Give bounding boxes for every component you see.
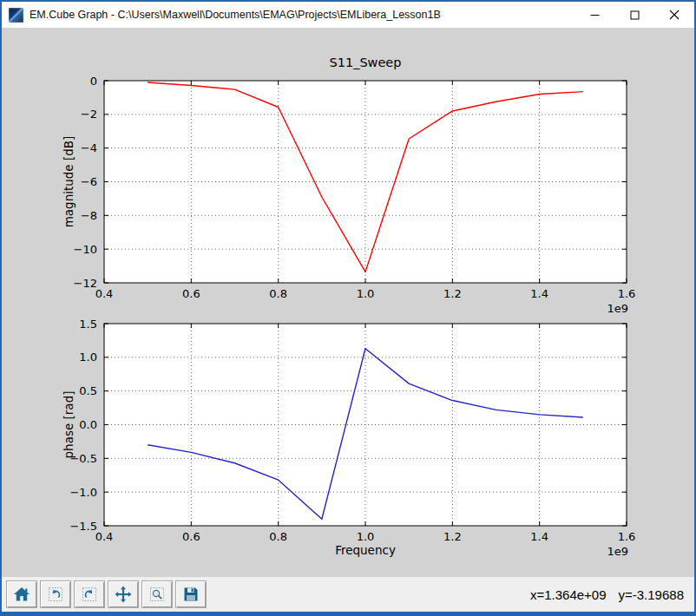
svg-text:0.0: 0.0 xyxy=(79,418,97,431)
pan-icon xyxy=(115,586,132,603)
pan-button[interactable] xyxy=(108,580,139,608)
svg-text:0.4: 0.4 xyxy=(95,530,114,543)
svg-text:−2: −2 xyxy=(81,108,97,121)
y-axis-label: phase [rad] xyxy=(62,391,76,459)
minimize-icon xyxy=(590,10,600,20)
home-icon xyxy=(13,587,30,602)
home-button[interactable] xyxy=(6,580,37,608)
svg-text:0.6: 0.6 xyxy=(182,287,200,300)
svg-text:−1.0: −1.0 xyxy=(69,486,97,499)
save-icon xyxy=(183,587,199,602)
figure-area: 0.40.60.81.01.21.41.60−2−4−6−8−10−121e9S… xyxy=(2,28,694,577)
minimize-button[interactable] xyxy=(575,2,614,28)
svg-text:−6: −6 xyxy=(81,175,97,188)
back-button[interactable] xyxy=(40,580,71,608)
y-axis-label: magnitude [dB] xyxy=(62,136,76,228)
forward-button[interactable] xyxy=(74,580,105,608)
x-axis-offset-label: 1e9 xyxy=(607,545,628,558)
x-axis-label: Frequency xyxy=(335,543,396,557)
chart-title: S11_Sweep xyxy=(329,56,401,69)
svg-text:1.4: 1.4 xyxy=(530,287,548,300)
svg-text:−12: −12 xyxy=(74,277,97,290)
svg-text:1.0: 1.0 xyxy=(357,530,375,543)
svg-text:1.4: 1.4 xyxy=(530,530,548,543)
cursor-status: x=1.364e+09 y=-3.19688 xyxy=(530,577,684,612)
svg-text:0.8: 0.8 xyxy=(269,530,287,543)
svg-text:1.2: 1.2 xyxy=(443,287,462,300)
app-icon xyxy=(9,8,23,23)
svg-text:0.8: 0.8 xyxy=(269,287,287,300)
svg-text:−10: −10 xyxy=(74,243,97,256)
save-button[interactable] xyxy=(175,580,207,608)
svg-text:−1.5: −1.5 xyxy=(69,520,97,533)
forward-icon xyxy=(82,587,97,602)
svg-text:−4: −4 xyxy=(81,141,97,154)
zoom-rect-icon xyxy=(149,587,165,602)
svg-text:1.0: 1.0 xyxy=(79,351,97,364)
cursor-y-readout: y=-3.19688 xyxy=(619,587,684,602)
svg-text:1.2: 1.2 xyxy=(443,530,462,543)
svg-text:1.6: 1.6 xyxy=(618,530,636,543)
magnitude-subplot: 0.40.60.81.01.21.41.60−2−4−6−8−10−121e9S… xyxy=(62,56,635,315)
svg-text:1.0: 1.0 xyxy=(357,287,375,300)
toolbar-buttons xyxy=(6,580,209,608)
window-controls xyxy=(575,2,694,28)
maximize-icon xyxy=(630,10,640,20)
svg-text:1.6: 1.6 xyxy=(618,287,636,300)
emcube-graph-window: EM.Cube Graph - C:\Users\Maxwell\Documen… xyxy=(0,0,696,616)
titlebar[interactable]: EM.Cube Graph - C:\Users\Maxwell\Documen… xyxy=(2,2,694,28)
x-axis-offset-label: 1e9 xyxy=(607,302,628,315)
svg-text:0.6: 0.6 xyxy=(182,530,200,543)
window-title: EM.Cube Graph - C:\Users\Maxwell\Documen… xyxy=(30,9,575,21)
zoom-rect-button[interactable] xyxy=(141,580,173,608)
svg-text:1.5: 1.5 xyxy=(79,318,97,331)
figure-canvas[interactable]: 0.40.60.81.01.21.41.60−2−4−6−8−10−121e9S… xyxy=(2,28,694,577)
cursor-x-readout: x=1.364e+09 xyxy=(530,587,607,602)
close-icon xyxy=(669,10,680,20)
svg-text:0: 0 xyxy=(90,75,97,88)
navigation-toolbar: x=1.364e+09 y=-3.19688 xyxy=(2,577,694,612)
phase-subplot: 0.40.60.81.01.21.41.61.51.00.50.0−0.5−1.… xyxy=(62,318,635,559)
svg-text:0.4: 0.4 xyxy=(95,287,114,300)
maximize-button[interactable] xyxy=(614,2,654,28)
close-button[interactable] xyxy=(654,2,694,28)
svg-text:0.5: 0.5 xyxy=(79,384,97,397)
back-icon xyxy=(48,587,63,602)
svg-text:−8: −8 xyxy=(81,209,97,222)
